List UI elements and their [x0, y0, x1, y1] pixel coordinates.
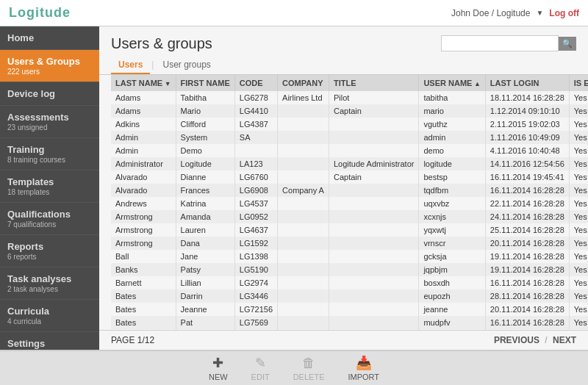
- cell-is_enabled: Yes: [569, 184, 588, 197]
- sidebar-item-curricula[interactable]: Curricula4 curricula: [0, 300, 99, 332]
- cell-code: LG4637: [234, 223, 277, 237]
- table-row[interactable]: AdamsTabithaLG6278Airlines LtdPilottabit…: [111, 91, 588, 104]
- sidebar-label: Training: [7, 144, 92, 155]
- next-button[interactable]: NEXT: [553, 335, 576, 345]
- delete-label: DELETE: [293, 373, 325, 381]
- logoff-button[interactable]: Log off: [549, 8, 579, 18]
- sidebar-sub: 222 users: [7, 68, 92, 76]
- cell-code: LG4537: [234, 197, 277, 210]
- table-header: LAST NAME ▼FIRST NAMECODECOMPANYTITLEUSE…: [111, 75, 588, 91]
- tab-user-groups[interactable]: User groups: [155, 57, 218, 74]
- cell-last_name: Armstrong: [111, 223, 176, 237]
- content-area: Users & groups 🔍 Users|User groups LAST …: [99, 26, 588, 350]
- cell-is_enabled: Yes: [569, 316, 588, 329]
- cell-last_name: Adams: [111, 91, 176, 104]
- table-row[interactable]: ArmstrongDanaLG1592vrnscr20.11.2014 16:2…: [111, 237, 588, 250]
- sidebar-item-reports[interactable]: Reports6 reports: [0, 235, 99, 267]
- sidebar-label: Task analyses: [7, 273, 92, 284]
- search-input[interactable]: [441, 35, 559, 51]
- new-button[interactable]: ✚NEW: [209, 355, 228, 381]
- cell-company: Company A: [278, 184, 329, 197]
- sidebar-label: Users & Groups: [7, 56, 92, 67]
- cell-last_name: Bates: [111, 316, 176, 329]
- cell-code: [234, 144, 277, 157]
- cell-last_login: 22.11.2014 16:28:28: [485, 197, 569, 210]
- sidebar-item-home[interactable]: Home: [0, 26, 99, 50]
- table-row[interactable]: BatesDarrinLG3446eupozh28.11.2014 16:28:…: [111, 289, 588, 303]
- sidebar-item-device-log[interactable]: Device log: [0, 82, 99, 106]
- import-button[interactable]: 📥IMPORT: [348, 355, 379, 381]
- cell-last_login: 19.11.2014 16:28:28: [485, 250, 569, 263]
- table-body: AdamsTabithaLG6278Airlines LtdPilottabit…: [111, 91, 588, 330]
- sidebar-sub: 2 task analyses: [7, 285, 92, 293]
- cell-last_login: 2.11.2015 19:02:03: [485, 118, 569, 131]
- page-label: PAGE 1/12: [111, 335, 154, 345]
- table-row[interactable]: AndrewsKatrinaLG4537uqxvbz22.11.2014 16:…: [111, 197, 588, 210]
- cell-title: [329, 303, 418, 316]
- previous-button[interactable]: PREVIOUS: [494, 335, 539, 345]
- col-first-name: FIRST NAME: [176, 75, 234, 91]
- cell-title: [329, 118, 418, 131]
- cell-username: vrnscr: [419, 237, 485, 250]
- cell-last_login: 25.11.2014 16:28:28: [485, 223, 569, 237]
- sort-arrow-last-name: ▼: [162, 80, 171, 87]
- main-layout: HomeUsers & Groups222 usersDevice logAss…: [0, 26, 588, 350]
- cell-last_name: Admin: [111, 144, 176, 157]
- table-row[interactable]: AdamsMarioLG4410Captainmario1.12.2014 09…: [111, 104, 588, 118]
- cell-last_login: 4.11.2016 10:40:48: [485, 144, 569, 157]
- cell-is_enabled: Yes: [569, 197, 588, 210]
- sidebar-item-training[interactable]: Training8 training courses: [0, 138, 99, 170]
- sidebar-item-users[interactable]: Users & Groups222 users: [0, 50, 99, 82]
- sidebar-item-qualifications[interactable]: Qualifications7 qualifications: [0, 203, 99, 235]
- table-row[interactable]: AlvaradoFrancesLG6908Company Atqdfbm16.1…: [111, 184, 588, 197]
- cell-username: bosxdh: [419, 276, 485, 289]
- table-row[interactable]: BanksPatsyLG5190jqpbjm19.11.2014 16:28:2…: [111, 263, 588, 276]
- cell-code: LG4387: [234, 118, 277, 131]
- sidebar-item-assessments[interactable]: Assessments23 unsigned: [0, 106, 99, 138]
- table-row[interactable]: BatesPatLG7569mudpfv16.11.2014 16:28:28Y…: [111, 316, 588, 329]
- table-row[interactable]: ArmstrongAmandaLG0952xcxnjs24.11.2014 16…: [111, 210, 588, 223]
- cell-last_name: Bates: [111, 289, 176, 303]
- table-row[interactable]: AdminDemodemo4.11.2016 10:40:48Yes: [111, 144, 588, 157]
- cell-username: uqxvbz: [419, 197, 485, 210]
- tab-separator: |: [150, 57, 155, 74]
- sidebar-item-task-analyses[interactable]: Task analyses2 task analyses: [0, 267, 99, 300]
- table-row[interactable]: AdminSystemSAadmin1.11.2016 10:49:09Yes: [111, 131, 588, 144]
- sidebar-sub: 6 reports: [7, 253, 92, 261]
- cell-company: [278, 118, 329, 131]
- sidebar-item-settings[interactable]: SettingsService enabled: [0, 332, 99, 350]
- tab-users[interactable]: Users: [111, 57, 150, 74]
- edit-icon: ✎: [255, 355, 266, 371]
- page-title: Users & groups: [111, 35, 212, 52]
- col-username[interactable]: USER NAME ▲: [419, 75, 485, 91]
- cell-last_name: Barnett: [111, 276, 176, 289]
- cell-is_enabled: Yes: [569, 250, 588, 263]
- cell-company: [278, 237, 329, 250]
- cell-first_name: Dianne: [176, 170, 234, 184]
- cell-code: SA: [234, 131, 277, 144]
- cell-last_login: 20.11.2014 16:28:28: [485, 303, 569, 316]
- cell-first_name: Lillian: [176, 276, 234, 289]
- sidebar-item-templates[interactable]: Templates18 templates: [0, 170, 99, 203]
- table-row[interactable]: AdkinsCliffordLG4387vguthz2.11.2015 19:0…: [111, 118, 588, 131]
- cell-company: [278, 210, 329, 223]
- cell-code: LG72156: [234, 303, 277, 316]
- table-row[interactable]: BallJaneLG1398gcksja19.11.2014 16:28:28Y…: [111, 250, 588, 263]
- col-last-login: LAST LOGIN: [485, 75, 569, 91]
- table-row[interactable]: BatesJeanneLG72156jeanne20.11.2014 16:28…: [111, 303, 588, 316]
- table-row[interactable]: ArmstrongLaurenLG4637yqxwtj25.11.2014 16…: [111, 223, 588, 237]
- col-last-name[interactable]: LAST NAME ▼: [111, 75, 176, 91]
- sidebar-sub: 23 unsigned: [7, 123, 92, 132]
- cell-username: vguthz: [419, 118, 485, 131]
- sidebar-sub: 8 training courses: [7, 156, 92, 164]
- table-row[interactable]: AdministratorLogitudeLA123Logitude Admin…: [111, 157, 588, 170]
- bottom-toolbar: ✚NEW✎EDIT🗑DELETE📥IMPORT: [0, 350, 588, 385]
- table-row[interactable]: BarnettLillianLG2974bosxdh16.11.2014 16:…: [111, 276, 588, 289]
- cell-title: [329, 131, 418, 144]
- topbar: Logitude John Doe / Logitude ▼ Log off: [0, 0, 588, 26]
- search-icon[interactable]: 🔍: [559, 37, 576, 51]
- table-row[interactable]: AlvaradoDianneLG6760Captainbestsp16.11.2…: [111, 170, 588, 184]
- cell-is_enabled: Yes: [569, 118, 588, 131]
- cell-is_enabled: Yes: [569, 237, 588, 250]
- cell-last_login: 28.11.2014 16:28:28: [485, 289, 569, 303]
